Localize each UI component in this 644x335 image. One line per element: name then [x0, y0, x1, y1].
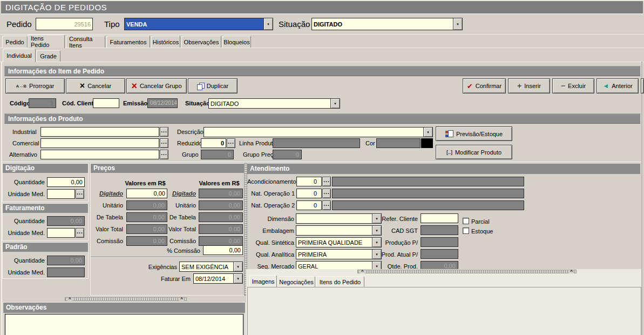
faturamento-panel-header: Faturamento	[3, 204, 88, 213]
descricao-combo[interactable]: ▼	[204, 127, 433, 137]
subtab-baseline	[0, 62, 644, 62]
comercial-input[interactable]	[40, 138, 159, 148]
comercial-lookup-button[interactable]: ...	[160, 138, 168, 148]
pedido-input[interactable]	[36, 18, 93, 30]
padrao-panel-header: Padrão	[3, 243, 88, 252]
de-tabela-left-label: De Tabela	[81, 214, 123, 220]
digitado-right-label: Digitado	[154, 190, 196, 197]
anterior-button[interactable]: ◄ Anterior	[596, 78, 639, 93]
prorrogar-button[interactable]: A↔B Prorrogar	[5, 78, 65, 93]
grupo-preco-field: 0	[273, 150, 302, 159]
alternativo-lookup-button[interactable]: ...	[160, 150, 168, 159]
faturar-em-combo[interactable]: 08/12/2014 ▼	[193, 273, 243, 284]
dropdown-arrow-icon[interactable]: ▼	[263, 18, 273, 30]
embalagem-combo[interactable]: ▼	[296, 225, 382, 236]
forecast-stock-icon	[445, 130, 453, 138]
collapse-caret-icon[interactable]: ^	[179, 298, 184, 301]
tab-bloqueios[interactable]: Bloqueios	[222, 36, 251, 48]
proximo-button-partial[interactable]	[641, 78, 644, 93]
tab-grade[interactable]: Grade	[36, 50, 60, 62]
refer-cliente-input[interactable]	[421, 213, 458, 223]
order-entry-window: DIGITAÇÃO DE PEDIDOS Pedido Tipo VENDA ▼…	[0, 0, 644, 335]
tab-historicos[interactable]: Históricos	[151, 36, 180, 48]
digitacao-panel-header: Digitação	[3, 164, 88, 173]
tab-individual[interactable]: Individual	[3, 49, 36, 62]
qual-sintetica-combo[interactable]: PRIMEIRA QUALIDADE ▼	[296, 237, 382, 247]
situacao-combo[interactable]: DIGITADO ▼	[311, 18, 463, 30]
industrial-label: Industrial	[12, 129, 37, 135]
acondicionamento-lookup-button[interactable]: ...	[322, 177, 331, 186]
dropdown-arrow-icon[interactable]: ▼	[423, 128, 432, 137]
nat-operacao-1-lookup-button[interactable]: ...	[322, 189, 331, 198]
modify-braces-icon: [..]	[446, 150, 452, 155]
observacoes-textarea[interactable]	[5, 314, 243, 335]
confirmar-button[interactable]: ✔ Confirmar	[463, 78, 506, 93]
digitacao-quantidade-input[interactable]	[47, 177, 85, 187]
nat-operacao-2-desc-field	[332, 200, 524, 210]
industrial-lookup-button[interactable]: ...	[160, 127, 168, 137]
nat-operacao-1-input[interactable]	[296, 189, 322, 198]
grupo-label: Grupo	[182, 151, 199, 158]
reduzido-lookup-button[interactable]: ...	[227, 138, 235, 148]
tab-pedido[interactable]: Pedido	[2, 36, 28, 48]
tab-itens-do-pedido[interactable]: Itens do Pedido	[316, 276, 364, 287]
prod-atual-p-field	[421, 249, 458, 259]
inserir-button[interactable]: + Inserir	[508, 78, 550, 93]
collapse-caret-icon[interactable]: ^	[360, 270, 365, 273]
dropdown-arrow-icon[interactable]: ▼	[233, 274, 242, 283]
linha-produto-field	[273, 138, 360, 148]
alternativo-input[interactable]	[40, 150, 159, 159]
check-icon: ✔	[467, 82, 473, 90]
nat-operacao-2-lookup-button[interactable]: ...	[322, 200, 331, 210]
tipo-combo[interactable]: VENDA ▼	[124, 18, 273, 30]
estoque-checkbox[interactable]	[463, 227, 469, 234]
previsao-estoque-button[interactable]: Previsão/Estoque	[436, 126, 512, 141]
tab-itens-pedido[interactable]: Itens Pedido	[28, 35, 65, 48]
dimensao-combo[interactable]: ▼	[296, 213, 382, 224]
anterior-button-label: Anterior	[612, 83, 633, 89]
situacao-item-combo[interactable]: DIGITADO ▼	[208, 98, 340, 109]
tab-imagens[interactable]: Imagens	[249, 275, 277, 287]
cor-label: Cor	[365, 140, 375, 146]
cancelar-grupo-button[interactable]: × Cancelar Grupo	[126, 78, 187, 93]
horizontal-splitter-right[interactable]: ^ ^	[357, 270, 577, 273]
horizontal-splitter-left[interactable]: ^ ^	[65, 297, 187, 301]
acondicionamento-input[interactable]	[296, 177, 322, 186]
padrao-quantidade-label: Quantidade	[8, 257, 45, 264]
collapse-caret-icon[interactable]: ^	[67, 298, 72, 301]
cod-cliente-input[interactable]	[93, 98, 119, 108]
industrial-input[interactable]	[40, 127, 159, 137]
collapse-caret-icon[interactable]: ^	[569, 270, 574, 273]
observacoes-panel-header: Observações	[3, 303, 245, 313]
prod-atual-p-label: Prod. Atual P/	[372, 251, 418, 258]
qual-analitica-combo[interactable]: PRIMEIRA ▼	[296, 249, 382, 259]
parcial-checkbox[interactable]	[463, 218, 469, 224]
codigo-field: 1	[29, 98, 56, 108]
cad-sgt-field	[421, 225, 458, 235]
faturamento-unidade-input[interactable]	[47, 228, 75, 238]
faturar-em-combo-value: 08/12/2014	[194, 274, 233, 283]
cancelar-button[interactable]: × Cancelar	[66, 78, 125, 93]
excluir-button[interactable]: − Excluir	[552, 78, 594, 93]
tipo-label: Tipo	[104, 19, 120, 29]
tab-consulta-itens[interactable]: Consulta Itens	[66, 36, 105, 48]
dropdown-arrow-icon[interactable]: ▼	[330, 99, 340, 108]
reduzido-input[interactable]	[201, 138, 226, 148]
tab-observacoes[interactable]: Observações	[181, 36, 221, 48]
dropdown-arrow-icon[interactable]: ▼	[233, 262, 242, 271]
de-tabela-right-field: 0,00	[199, 212, 243, 222]
pct-comissao-input[interactable]	[203, 245, 243, 255]
exigencias-combo[interactable]: SEM EXIGÊNCIA ▼	[179, 262, 243, 272]
duplicar-button[interactable]: Duplicar	[188, 78, 238, 93]
tab-negociacoes[interactable]: Negociações	[277, 276, 315, 287]
tab-faturamentos[interactable]: Faturamentos	[106, 36, 150, 48]
nat-operacao-1-desc-field	[332, 189, 524, 198]
window-title: DIGITAÇÃO DE PEDIDOS	[1, 1, 643, 14]
nat-operacao-2-input[interactable]	[296, 200, 322, 210]
dropdown-arrow-icon[interactable]: ▼	[453, 18, 462, 30]
modificar-produto-button[interactable]: [..] Modificar Produto	[436, 145, 512, 159]
qual-analitica-label: Qual. Analítica	[246, 251, 294, 258]
precos-divider	[91, 257, 244, 258]
digitacao-unidade-input[interactable]	[47, 189, 75, 199]
nat-operacao-2-label: Nat. Operação 2	[247, 202, 295, 209]
